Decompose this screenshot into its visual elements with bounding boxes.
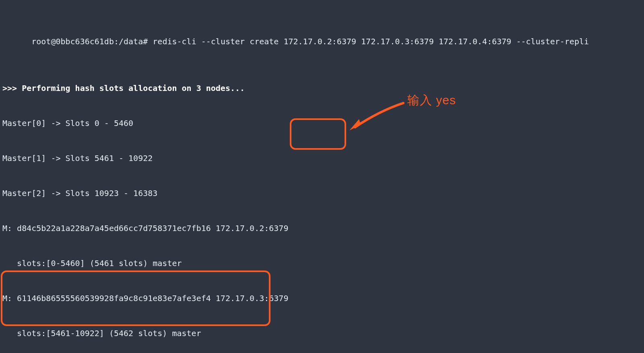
output-line: M: d84c5b22a1a228a7a45ed66cc7d758371ec7f… bbox=[2, 223, 642, 234]
output-line: slots:[5461-10922] (5462 slots) master bbox=[2, 328, 642, 339]
output-line: >>> Performing hash slots allocation on … bbox=[2, 83, 642, 94]
annotation-label: 输入 yes bbox=[407, 94, 456, 106]
prompt-user: root@0bbc636c61db:/data# bbox=[31, 37, 148, 46]
output-line: Master[2] -> Slots 10923 - 16383 bbox=[2, 188, 642, 199]
output-line: slots:[0-5460] (5461 slots) master bbox=[2, 258, 642, 269]
command-text: redis-cli --cluster create 172.17.0.2:63… bbox=[153, 37, 589, 46]
output-line: Master[0] -> Slots 0 - 5460 bbox=[2, 118, 642, 129]
terminal-output[interactable]: root@0bbc636c61db:/data# redis-cli --clu… bbox=[0, 0, 644, 353]
output-line: Master[1] -> Slots 5461 - 10922 bbox=[2, 153, 642, 164]
output-line: M: 61146b86555560539928fa9c8c91e83e7afe3… bbox=[2, 293, 642, 304]
